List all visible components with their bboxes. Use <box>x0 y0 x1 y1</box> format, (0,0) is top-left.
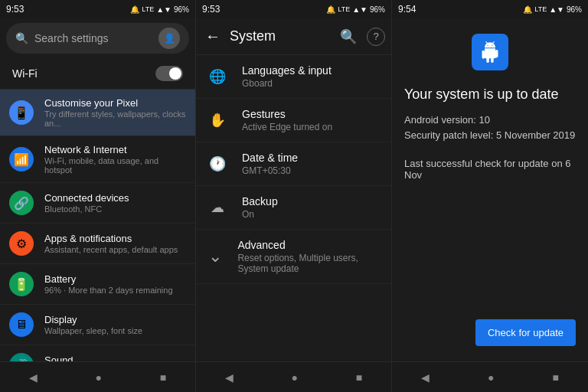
network-text: Network & Internet Wi-Fi, mobile, data u… <box>44 144 186 175</box>
time-1: 9:53 <box>6 4 24 15</box>
recent-btn-3[interactable]: ■ <box>544 368 568 387</box>
help-icon[interactable]: ? <box>367 28 385 46</box>
network-subtitle: Wi-Fi, mobile, data usage, and hotspot <box>44 156 186 175</box>
status-icons-2: 🔔 LTE ▲▼ 96% <box>326 5 385 14</box>
search-placeholder: Search settings <box>34 32 152 44</box>
wifi-toggle[interactable] <box>155 66 183 81</box>
search-bar[interactable]: 🔍 Search settings 👤 <box>6 23 189 54</box>
connected-title: Connected devices <box>44 192 129 204</box>
battery-subtitle: 96% · More than 2 days remaining <box>44 286 173 295</box>
gestures-icon: ✋ <box>208 112 227 129</box>
network-icon: 📶 <box>9 147 34 172</box>
settings-item-network[interactable]: 📶 Network & Internet Wi-Fi, mobile, data… <box>0 136 195 183</box>
connected-subtitle: Bluetooth, NFC <box>44 204 129 214</box>
recent-btn-1[interactable]: ■ <box>151 368 175 387</box>
apps-icon: ⚙ <box>9 231 34 256</box>
languages-sub: Gboard <box>242 78 332 89</box>
search-icon: 🔍 <box>15 32 28 44</box>
update-last-check: Last successful check for update on 6 No… <box>404 158 576 181</box>
display-text: Display Wallpaper, sleep, font size <box>44 314 142 335</box>
nav-bar-2: ◀ ● ■ <box>196 361 391 392</box>
datetime-text: Date & time GMT+05:30 <box>242 152 298 176</box>
battery-percent-2: 96% <box>370 5 385 14</box>
lte-icon: LTE <box>142 5 154 13</box>
backup-title: Backup <box>242 195 278 207</box>
system-item-languages[interactable]: 🌐 Languages & input Gboard <box>196 55 391 99</box>
languages-icon: 🌐 <box>208 68 227 85</box>
system-item-advanced[interactable]: ⌄ Advanced Reset options, Multiple users… <box>196 230 391 284</box>
alarm-icon-3: 🔔 <box>523 5 532 14</box>
lte-icon-3: LTE <box>534 5 547 13</box>
system-item-backup[interactable]: ☁ Backup On <box>196 186 391 230</box>
advanced-icon: ⌄ <box>208 247 222 266</box>
advanced-title: Advanced <box>237 239 379 251</box>
wifi-row[interactable]: Wi-Fi <box>0 58 195 90</box>
apps-subtitle: Assistant, recent apps, default apps <box>44 245 178 254</box>
display-subtitle: Wallpaper, sleep, font size <box>44 326 142 335</box>
languages-text: Languages & input Gboard <box>242 64 332 89</box>
customise-subtitle: Try different styles, wallpapers, clocks… <box>44 109 186 128</box>
home-btn-2[interactable]: ● <box>283 368 307 387</box>
time-2: 9:53 <box>202 4 220 15</box>
panel-system: 9:53 🔔 LTE ▲▼ 96% ← System 🔍 ? 🌐 Languag… <box>196 0 392 392</box>
battery-percent-3: 96% <box>567 5 582 14</box>
system-item-datetime[interactable]: 🕐 Date & time GMT+05:30 <box>196 142 391 186</box>
settings-item-apps[interactable]: ⚙ Apps & notifications Assistant, recent… <box>0 224 195 264</box>
alarm-icon-2: 🔔 <box>326 5 335 14</box>
back-btn-1[interactable]: ◀ <box>20 368 47 387</box>
battery-text: Battery 96% · More than 2 days remaining <box>44 273 173 295</box>
alarm-icon: 🔔 <box>130 5 139 14</box>
status-icons-1: 🔔 LTE ▲▼ 96% <box>130 5 189 14</box>
system-title: System <box>230 28 330 44</box>
nav-bar-3: ◀ ● ■ <box>392 361 588 392</box>
settings-list: 📱 Customise your Pixel Try different sty… <box>0 90 195 361</box>
system-item-gestures[interactable]: ✋ Gestures Active Edge turned on <box>196 99 391 142</box>
customise-text: Customise your Pixel Try different style… <box>44 97 186 128</box>
update-content: Your system is up to date Android versio… <box>392 18 588 361</box>
backup-sub: On <box>242 209 278 220</box>
panel-update: 9:54 🔔 LTE ▲▼ 96% Your system is up to d… <box>392 0 588 392</box>
battery-icon: 🔋 <box>9 272 34 296</box>
home-btn-3[interactable]: ● <box>479 368 503 387</box>
search-icon-2[interactable]: 🔍 <box>336 24 361 49</box>
system-header: ← System 🔍 ? <box>196 18 391 55</box>
battery-title: Battery <box>44 273 173 285</box>
settings-item-battery[interactable]: 🔋 Battery 96% · More than 2 days remaini… <box>0 264 195 305</box>
sound-title: Sound <box>44 354 169 361</box>
status-bar-1: 9:53 🔔 LTE ▲▼ 96% <box>0 0 195 18</box>
status-icons-3: 🔔 LTE ▲▼ 96% <box>523 5 582 14</box>
home-btn-1[interactable]: ● <box>87 368 111 387</box>
display-title: Display <box>44 314 142 325</box>
settings-item-customise[interactable]: 📱 Customise your Pixel Try different sty… <box>0 90 195 136</box>
backup-icon: ☁ <box>208 199 227 216</box>
android-icon <box>472 34 508 70</box>
settings-item-connected[interactable]: 🔗 Connected devices Bluetooth, NFC <box>0 183 195 224</box>
user-avatar[interactable]: 👤 <box>158 28 180 49</box>
languages-title: Languages & input <box>242 64 332 77</box>
datetime-title: Date & time <box>242 152 298 164</box>
panel-settings-home: 9:53 🔔 LTE ▲▼ 96% 🔍 Search settings 👤 Wi… <box>0 0 196 392</box>
settings-item-display[interactable]: 🖥 Display Wallpaper, sleep, font size <box>0 305 195 345</box>
back-icon[interactable]: ← <box>202 24 224 48</box>
update-android-version: Android version: 10 Security patch level… <box>404 113 576 142</box>
signal-icon-2: ▲▼ <box>352 5 368 14</box>
nav-bar-1: ◀ ● ■ <box>0 361 195 392</box>
gestures-title: Gestures <box>242 108 332 120</box>
advanced-text: Advanced Reset options, Multiple users, … <box>237 239 379 274</box>
system-list: 🌐 Languages & input Gboard ✋ Gestures Ac… <box>196 55 391 361</box>
status-bar-3: 9:54 🔔 LTE ▲▼ 96% <box>392 0 588 18</box>
network-title: Network & Internet <box>44 144 186 155</box>
settings-item-sound[interactable]: 🔊 Sound Volume, vibration, Do Not Distur… <box>0 345 195 361</box>
back-btn-2[interactable]: ◀ <box>216 368 243 387</box>
recent-btn-2[interactable]: ■ <box>347 368 371 387</box>
apps-text: Apps & notifications Assistant, recent a… <box>44 233 178 254</box>
connected-text: Connected devices Bluetooth, NFC <box>44 192 129 214</box>
status-bar-2: 9:53 🔔 LTE ▲▼ 96% <box>196 0 391 18</box>
datetime-sub: GMT+05:30 <box>242 165 298 176</box>
update-title: Your system is up to date <box>404 86 576 103</box>
back-btn-3[interactable]: ◀ <box>412 368 439 387</box>
update-icon-wrap <box>404 34 576 70</box>
check-update-button[interactable]: Check for update <box>475 319 576 346</box>
time-3: 9:54 <box>398 4 416 15</box>
apps-title: Apps & notifications <box>44 233 178 244</box>
